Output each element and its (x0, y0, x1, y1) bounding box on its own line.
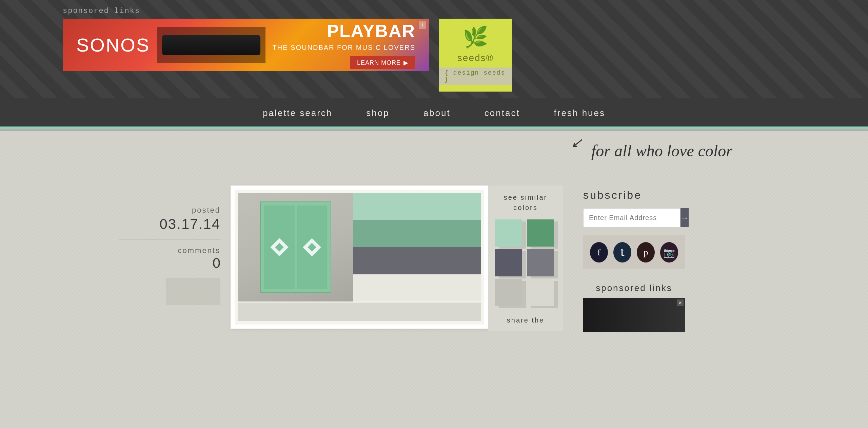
sonos-copy: PLAYBAR THE SOUNDBAR FOR MUSIC LOVERS LE… (273, 21, 415, 69)
similar-colors-panel: see similar colors (488, 186, 563, 331)
similar-colors-title: see similar colors (495, 192, 556, 213)
posted-date: 03.17.14 (119, 216, 220, 232)
arrow-icon: ▶ (403, 59, 409, 66)
nav-about[interactable]: about (423, 108, 451, 118)
nav-fresh-hues[interactable]: fresh hues (554, 108, 605, 118)
chip-silver (527, 279, 554, 306)
nav-bar: palette search shop about contact fresh … (0, 98, 868, 127)
chip-green-wrapper[interactable] (527, 219, 556, 247)
tagline-area: ↙ for all who love color (0, 131, 868, 186)
seeds-brand: seeds® (457, 53, 494, 63)
chip-gray (527, 249, 554, 276)
color-grid (495, 219, 556, 306)
diamond-inner-right (308, 243, 316, 251)
teal-divider (0, 127, 868, 129)
soundbar-image (162, 35, 260, 55)
sponsored-links-right: sponsored links ✕ (583, 283, 685, 332)
comments-label: comments (119, 246, 220, 255)
facebook-letter: f (597, 247, 600, 258)
sonos-product-image (157, 27, 265, 63)
sonos-brand: SONOS (76, 34, 150, 56)
chip-gray-wrapper[interactable] (527, 249, 556, 276)
playbar-label: PLAYBAR (273, 21, 415, 41)
header: sponsored links SONOS PLAYBAR THE SOUNDB… (0, 0, 868, 127)
ad-close-icon[interactable]: ✕ (677, 299, 684, 306)
comments-box (166, 278, 220, 305)
color-swatches-column (353, 193, 481, 301)
left-sidebar: posted 03.17.14 comments 0 (119, 186, 231, 305)
nav-palette-search[interactable]: palette search (263, 108, 332, 118)
instagram-letter: 📷 (663, 247, 675, 258)
sonos-ad-banner[interactable]: SONOS PLAYBAR THE SOUNDBAR FOR MUSIC LOV… (63, 19, 429, 71)
door-left-panel (264, 206, 295, 289)
nav-shop[interactable]: shop (366, 108, 389, 118)
swatch-mint (353, 193, 481, 220)
email-input[interactable] (583, 208, 680, 227)
learn-more-button[interactable]: LEARN MORE ▶ (350, 56, 415, 69)
swatch-slate (353, 247, 481, 274)
door-diamond-right (303, 238, 321, 256)
arrow-curve-icon: ↙ (571, 135, 583, 151)
subscribe-title: subscribe (583, 189, 685, 201)
tagline-script: ↙ for all who love color (591, 141, 732, 186)
chip-green (527, 219, 554, 247)
ad-info-icon[interactable]: i (419, 21, 426, 29)
design-seeds-logo[interactable]: 🌿 seeds® { design seeds } (439, 19, 512, 92)
sponsored-links-right-title: sponsored links (583, 283, 685, 293)
posted-label: posted (119, 206, 220, 215)
chip-light-wrapper[interactable] (495, 279, 524, 306)
seeds-plant-icon: 🌿 (463, 25, 488, 49)
door-right-panel (297, 206, 327, 289)
subscribe-submit-button[interactable]: → (680, 208, 689, 227)
door-frame (260, 201, 331, 293)
sponsored-links-label: sponsored links (0, 7, 868, 19)
right-sidebar: subscribe → f 𝕥 p (583, 186, 685, 332)
palette-image-row (238, 193, 481, 301)
twitter-icon[interactable]: 𝕥 (613, 242, 631, 262)
right-ad-banner[interactable]: ✕ (583, 298, 685, 332)
seeds-badge: { design seeds } (439, 67, 512, 85)
chip-mint-wrapper[interactable] (495, 219, 524, 247)
swatch-green (353, 220, 481, 247)
content-row: posted 03.17.14 comments 0 (0, 186, 868, 332)
chip-slate-wrapper[interactable] (495, 249, 524, 276)
swatch-bottom (238, 303, 481, 321)
door-diamond-left (270, 238, 289, 256)
palette-photo (238, 193, 353, 301)
chip-mint (495, 219, 522, 247)
comments-count: 0 (119, 255, 220, 271)
email-row: → (583, 208, 685, 227)
instagram-icon[interactable]: 📷 (660, 242, 678, 262)
diamond-inner-left (275, 243, 283, 251)
main-content: ↙ for all who love color posted 03.17.14… (0, 131, 868, 428)
chip-silver-wrapper[interactable] (527, 279, 556, 306)
social-row: f 𝕥 p 📷 (583, 235, 685, 269)
ad-tagline: THE SOUNDBAR FOR MUSIC LOVERS (273, 44, 415, 52)
palette-card (231, 186, 488, 329)
twitter-letter: 𝕥 (620, 247, 625, 258)
swatch-light (353, 274, 481, 301)
chip-slate (495, 249, 522, 276)
sidebar-divider (119, 239, 220, 239)
share-label: share the (495, 316, 556, 324)
arrow-icon: → (680, 213, 689, 222)
palette-inner (235, 190, 484, 325)
pinterest-letter: p (644, 247, 648, 258)
door-scene (238, 193, 353, 301)
chip-light (495, 279, 522, 306)
nav-contact[interactable]: contact (485, 108, 520, 118)
pinterest-icon[interactable]: p (637, 242, 655, 262)
ad-area: SONOS PLAYBAR THE SOUNDBAR FOR MUSIC LOV… (0, 19, 868, 92)
subscribe-section: subscribe → f 𝕥 p (583, 189, 685, 269)
facebook-icon[interactable]: f (590, 242, 608, 262)
